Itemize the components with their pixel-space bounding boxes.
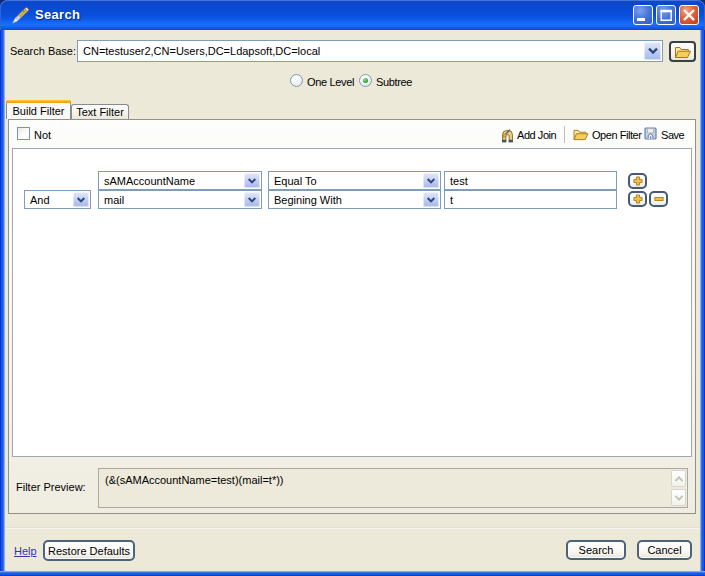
- tab-build-filter[interactable]: Build Filter: [6, 100, 71, 119]
- row2-attribute-dropdown-button[interactable]: [244, 192, 260, 207]
- search-dialog: { "window": { "title": "Search" }, "sear…: [0, 0, 705, 576]
- search-base-value: CN=testuser2,CN=Users,DC=Ldapsoft,DC=loc…: [83, 45, 320, 57]
- subtree-label: Subtree: [376, 76, 412, 88]
- row1-add-button[interactable]: [628, 173, 647, 189]
- add-join-button[interactable]: Add Join: [499, 127, 555, 143]
- filter-preview-value: (&(sAMAccountName=test)(mail=t*)): [105, 474, 284, 486]
- filter-preview-label: Filter Preview:: [16, 481, 86, 493]
- title-bar[interactable]: Search: [0, 0, 705, 30]
- minimize-button[interactable]: [633, 5, 653, 25]
- row2-join-dropdown-button[interactable]: [73, 192, 89, 207]
- toolbar-separator: [564, 126, 565, 143]
- add-join-label: Add Join: [517, 129, 556, 141]
- save-button[interactable]: Save: [644, 127, 686, 143]
- restore-defaults-button[interactable]: Restore Defaults: [43, 540, 135, 561]
- row1-value-input[interactable]: test: [444, 171, 617, 190]
- plus-icon: [633, 194, 643, 204]
- row1-operator-dropdown-button[interactable]: [423, 173, 439, 188]
- one-level-radio[interactable]: [290, 74, 303, 87]
- subtree-radio[interactable]: [359, 74, 372, 87]
- save-icon: [644, 127, 657, 142]
- row1-attribute-dropdown-button[interactable]: [244, 173, 260, 188]
- save-label: Save: [661, 129, 684, 141]
- window-title: Search: [35, 7, 80, 22]
- not-checkbox[interactable]: [17, 127, 30, 140]
- row2-operator-combobox[interactable]: Begining With: [268, 190, 441, 209]
- row2-attribute-combobox[interactable]: mail: [98, 190, 262, 209]
- window-frame-bottom: [0, 571, 705, 576]
- open-folder-icon: [674, 45, 691, 59]
- pencil-icon: [12, 6, 30, 24]
- search-base-combobox[interactable]: CN=testuser2,CN=Users,DC=Ldapsoft,DC=loc…: [77, 40, 663, 62]
- scroll-down-button[interactable]: [671, 489, 686, 506]
- row2-remove-button[interactable]: [649, 191, 668, 207]
- row2-value-input[interactable]: t: [444, 190, 617, 209]
- browse-folder-button[interactable]: [669, 41, 696, 62]
- not-label: Not: [34, 129, 51, 141]
- footer-separator: [5, 527, 700, 529]
- window-frame-right: [700, 30, 705, 576]
- open-filter-label: Open Filter: [592, 129, 641, 141]
- cancel-button[interactable]: Cancel: [637, 540, 692, 560]
- search-base-dropdown-button[interactable]: [644, 42, 661, 60]
- plus-icon: [633, 176, 643, 186]
- row2-operator-dropdown-button[interactable]: [423, 192, 439, 207]
- search-button[interactable]: Search: [566, 540, 626, 560]
- row2-join-combobox[interactable]: And: [24, 190, 91, 209]
- help-link[interactable]: Help: [14, 545, 37, 557]
- one-level-label: One Level: [307, 76, 354, 88]
- row2-add-button[interactable]: [628, 191, 647, 207]
- window-frame-left: [0, 30, 5, 576]
- radio-selected-dot: [363, 78, 368, 83]
- tab-text-filter[interactable]: Text Filter: [71, 104, 129, 119]
- maximize-button[interactable]: [656, 5, 676, 25]
- filter-preview-box[interactable]: (&(sAMAccountName=test)(mail=t*)): [98, 468, 688, 508]
- search-base-label: Search Base:: [10, 45, 76, 57]
- add-join-icon: [499, 127, 515, 145]
- close-button[interactable]: [679, 5, 699, 25]
- scroll-up-button[interactable]: [671, 470, 686, 487]
- row1-operator-combobox[interactable]: Equal To: [268, 171, 441, 190]
- open-filter-button[interactable]: Open Filter: [573, 127, 635, 143]
- row1-attribute-combobox[interactable]: sAMAccountName: [98, 171, 262, 190]
- open-filter-icon: [573, 128, 589, 143]
- minus-icon: [654, 194, 664, 204]
